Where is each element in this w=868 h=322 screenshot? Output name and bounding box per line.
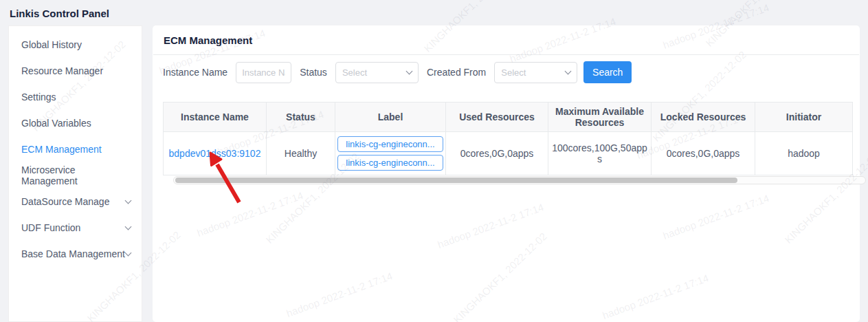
- sidebar-item-label: DataSource Manage: [21, 196, 109, 207]
- horizontal-scrollbar-thumb[interactable]: [175, 178, 737, 183]
- status-label: Status: [300, 67, 327, 78]
- engine-label-tag[interactable]: linkis-cg-engineconn...: [337, 136, 443, 152]
- column-header-initiator: Initiator: [755, 103, 853, 132]
- cell-status: Healthy: [267, 132, 335, 175]
- status-select[interactable]: Select: [335, 62, 419, 83]
- main-panel: ECM Management Instance Name Status Sele…: [153, 25, 860, 322]
- column-header-used-resources: Used Resources: [446, 103, 548, 132]
- chevron-down-icon: [125, 197, 132, 204]
- created-from-label: Created From: [427, 67, 486, 78]
- cell-max-available-resources: 100cores,100G,50apps: [548, 132, 652, 175]
- engine-label-tag[interactable]: linkis-cg-engineconn...: [337, 155, 443, 171]
- created-from-select-value: Select: [501, 67, 526, 78]
- column-header-status: Status: [267, 103, 335, 132]
- column-header-label: Label: [335, 103, 446, 132]
- chevron-down-icon: [405, 68, 412, 75]
- sidebar-item-label: Base Data Management: [21, 248, 125, 259]
- cell-locked-resources: 0cores,0G,0apps: [652, 132, 755, 175]
- sidebar-item-label: Resource Manager: [21, 65, 103, 76]
- sidebar-item-base-data-management[interactable]: Base Data Management: [9, 241, 142, 267]
- cell-initiator: hadoop: [755, 132, 853, 175]
- table-row: bdpdev01dss03:9102 Healthy linkis-cg-eng…: [164, 132, 853, 175]
- created-from-select[interactable]: Select: [494, 62, 577, 83]
- chevron-down-icon: [125, 250, 132, 257]
- sidebar-item-microservice-management[interactable]: Microservice Management: [9, 162, 142, 189]
- horizontal-scrollbar-track[interactable]: [173, 176, 866, 184]
- search-button[interactable]: Search: [583, 61, 632, 83]
- chevron-down-icon: [125, 224, 132, 230]
- cell-label: linkis-cg-engineconn... linkis-cg-engine…: [335, 132, 446, 175]
- app-title: Linkis Control Panel: [10, 8, 109, 19]
- sidebar: Global History Resource Manager Settings…: [8, 25, 142, 322]
- ecm-table: Instance Name Status Label Used Resource…: [163, 102, 852, 184]
- instance-name-input[interactable]: [236, 62, 291, 83]
- column-header-instance-name: Instance Name: [164, 103, 267, 132]
- cell-instance-name: bdpdev01dss03:9102: [164, 132, 267, 175]
- chevron-down-icon: [565, 68, 572, 75]
- sidebar-item-label: Microservice Management: [21, 164, 131, 186]
- column-header-max-available-resources: Maximum Available Resources: [548, 103, 652, 132]
- linkis-control-panel-page: { "window": { "title": "Linkis Control P…: [0, 0, 868, 322]
- sidebar-item-settings[interactable]: Settings: [9, 84, 142, 110]
- instance-name-label: Instance Name: [163, 67, 227, 78]
- sidebar-item-label: Global Variables: [21, 118, 91, 129]
- sidebar-item-label: UDF Function: [21, 222, 80, 233]
- sidebar-item-global-variables[interactable]: Global Variables: [9, 110, 142, 136]
- cell-used-resources: 0cores,0G,0apps: [446, 132, 548, 175]
- instance-name-link[interactable]: bdpdev01dss03:9102: [169, 148, 261, 159]
- sidebar-item-resource-manager[interactable]: Resource Manager: [9, 58, 142, 84]
- sidebar-item-label: Global History: [21, 39, 82, 50]
- sidebar-item-udf-function[interactable]: UDF Function: [9, 215, 142, 241]
- table-header-row: Instance Name Status Label Used Resource…: [164, 103, 853, 132]
- sidebar-menu: Global History Resource Manager Settings…: [9, 26, 142, 267]
- sidebar-item-label: ECM Management: [21, 144, 102, 155]
- sidebar-item-datasource-manage[interactable]: DataSource Manage: [9, 189, 142, 215]
- status-select-value: Select: [342, 67, 367, 78]
- page-title: ECM Management: [153, 25, 859, 55]
- sidebar-item-ecm-management[interactable]: ECM Management: [9, 136, 142, 162]
- filter-bar: Instance Name Status Select Created From…: [153, 55, 860, 83]
- sidebar-item-label: Settings: [21, 92, 56, 103]
- column-header-locked-resources: Locked Resources: [652, 103, 755, 132]
- sidebar-item-global-history[interactable]: Global History: [9, 32, 142, 58]
